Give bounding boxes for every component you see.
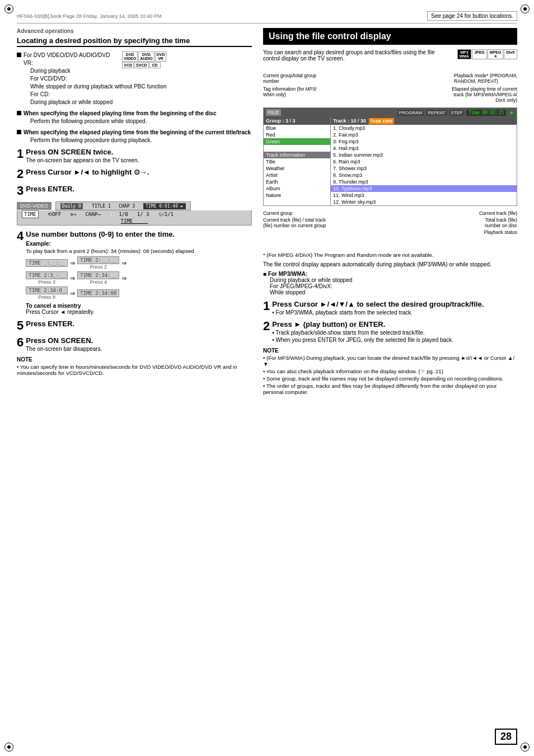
step-4-title: Use number buttons (0-9) to enter the ti… xyxy=(26,230,252,238)
fd-item-blank xyxy=(264,145,330,152)
right-note-item1: • (For MP3/WMA) During playback, you can… xyxy=(263,355,517,367)
dvd-bar-off: ⟲OFF ⊙→ CHAP→ 💿 1/8 1/ 3 🎶1/1 xyxy=(48,212,174,217)
time-box-2a: TIME 2:3_:__ Press 3 xyxy=(26,271,68,285)
right-step-2-num: 2 xyxy=(263,320,270,332)
ann-group-total: Current group/total groupnumber xyxy=(263,73,316,84)
fd-track-1: 1. Cloudy.mp3 xyxy=(331,125,517,132)
right-step-2-title: Press ► (play button) or ENTER. xyxy=(272,320,517,328)
step-6-title: Press ON SCREEN. xyxy=(26,336,252,345)
step-5: 5 Press ENTER. xyxy=(17,320,252,332)
step-2-title: Press Cursor ►/◄ to highlight ⊙→. xyxy=(26,168,252,176)
mp3-wma-item1: During playback or while stopped xyxy=(270,277,517,283)
step-2-num: 2 xyxy=(17,168,24,180)
time-box-3b: TIME 2:34:08 xyxy=(77,289,119,297)
step-6-desc: The on-screen bar disappears. xyxy=(26,346,252,352)
bullet1-sub5: During playback or while stopped xyxy=(30,98,166,106)
fd-program: PROGRAM xyxy=(397,110,424,116)
badge-dvd-audio: DVDAUDIO xyxy=(138,51,154,62)
fd-item-earth: Earth xyxy=(264,179,330,185)
bullet1-sub2: For VCD/DVD: xyxy=(30,75,166,83)
auto-display-text: The file control display appears automat… xyxy=(263,261,517,267)
cancel-title: To cancel a misentry xyxy=(26,303,81,309)
fd-track-8: 8. Snow.mp3 xyxy=(331,172,517,179)
dvd-bar-time-underline: TIME ̲̲̲̲ xyxy=(22,218,247,224)
top-header: HFS66-S55[B].book Page 28 Friday, Januar… xyxy=(17,11,517,24)
fd-nav-arrow: ► xyxy=(509,110,514,115)
fd-step: STEP xyxy=(449,110,465,116)
dvd-bar-daily: Daily 0 xyxy=(60,203,83,209)
fd-right-panel: Track : 10 / 30 Total 1000 1. Cloudy.mp3… xyxy=(331,117,517,205)
fd-item-red: Red xyxy=(264,132,330,138)
fd-track-6: 6. Rain.mp3 xyxy=(331,158,517,165)
ann-current-track-total: Current track (file) / total track(file)… xyxy=(263,217,326,228)
fd-body: Group : 3 / 3 Blue Red Green Track Infor… xyxy=(264,117,517,205)
mp3-wma-item3: While stopped xyxy=(270,289,517,295)
fd-item-weather: Weather xyxy=(264,165,330,172)
file-display-diagram-wrapper: Current group/total groupnumber Playback… xyxy=(263,73,517,235)
time-box-3a: TIME 2:34:0_ Press 8 xyxy=(26,287,68,300)
fd-track-10: 10. Typhoon.mp3 xyxy=(331,185,517,192)
arrow-2b: ⇒ xyxy=(121,275,127,282)
right-step-1: 1 Press Cursor ►/◄/▼/▲ to select the des… xyxy=(263,300,517,316)
dvd-time-arrow: TIME ̲̲̲̲ xyxy=(121,218,148,224)
fd-track-9: 9. Thunder.mp3 xyxy=(331,179,517,185)
badge-dvd-video: DVDVIDEO xyxy=(122,51,138,62)
page-number: 28 xyxy=(495,729,517,745)
dvd-bar-time-val: TITLE 1 CHAP 3 xyxy=(92,204,140,209)
step-4: 4 Use number buttons (0-9) to enter the … xyxy=(17,230,252,315)
time-box-2b: TIME 2:34:__ Press 4 xyxy=(77,271,119,285)
time-row-3: TIME 2:34:0_ Press 8 ⇒ TIME 2:34:08 xyxy=(26,287,252,300)
right-step-1-title: Press Cursor ►/◄/▼/▲ to select the desir… xyxy=(272,300,517,308)
dvd-bar-time-display: TIME 0:01:40 ► xyxy=(143,203,185,209)
left-note-title: NOTE xyxy=(17,356,252,363)
right-note-item2: • You can also check playback informatio… xyxy=(263,368,517,374)
badge-jpeg: JPEG xyxy=(472,49,487,59)
right-step-2: 2 Press ► (play button) or ENTER. • Trac… xyxy=(263,320,517,343)
file-info: HFS66-S55[B].book Page 28 Friday, Januar… xyxy=(17,13,162,19)
fd-track-2: 2. Fair.mp3 xyxy=(331,132,517,138)
time-box-1b: TIME 2:__:__ Press 2 xyxy=(77,256,119,270)
step-1-num: 1 xyxy=(17,148,24,160)
fd-item-title: Title xyxy=(264,158,330,165)
bullet-square-3 xyxy=(17,130,21,134)
ann-playback-status: Playback status xyxy=(263,229,517,235)
time-row-2: TIME 2:3_:__ Press 3 ⇒ TIME 2:34:__ Pres… xyxy=(26,271,252,285)
bullet1-sub3: While stopped or during playback without… xyxy=(30,83,166,91)
right-column: Using the file control display MP3WMA JP… xyxy=(263,28,517,395)
mp3-wma-label: ■ For MP3/WMA: xyxy=(263,271,517,277)
fd-file-label: FILE xyxy=(266,109,281,116)
badge-svcd: SVCD xyxy=(134,62,148,68)
arrow-2a: ⇒ xyxy=(70,275,75,282)
step-5-num: 5 xyxy=(17,320,24,332)
right-note-title: NOTE xyxy=(263,348,517,354)
step-3-num: 3 xyxy=(17,185,24,197)
bullet3-title: When specifying the elapsed playing time… xyxy=(24,129,251,137)
right-note: NOTE • (For MP3/WMA) During playback, yo… xyxy=(263,348,517,395)
step-1: 1 Press ON SCREEN twice. The on-screen b… xyxy=(17,148,252,163)
mp3-wma-section: ■ For MP3/WMA: During playback or while … xyxy=(263,271,517,295)
fd-item-artist: Artist xyxy=(264,172,330,179)
right-step-1-num: 1 xyxy=(263,300,270,312)
right-step-2-desc2: • When you press ENTER for JPEG, only th… xyxy=(272,337,517,343)
time-row-1: TIME _:__:__ ⇒ TIME 2:__:__ Press 2 ⇒ xyxy=(26,256,252,270)
ann-tag-info: Tag information (for MP3/WMA only) xyxy=(263,86,316,103)
fd-header-row: FILE PROGRAM REPEAT STEP Time 00:02:15 ► xyxy=(264,108,517,117)
right-step-1-desc: • For MP3/WMA, playback starts from the … xyxy=(272,309,517,316)
file-display-box: FILE PROGRAM REPEAT STEP Time 00:02:15 ►… xyxy=(263,107,517,206)
bullet-square-1 xyxy=(17,53,21,57)
fd-track-info-section: Track Information xyxy=(264,152,330,158)
arrow-1: ⇒ xyxy=(70,260,75,267)
fd-item-nature: Nature xyxy=(264,192,330,199)
fd-group-header: Group : 3 / 3 xyxy=(264,117,330,125)
step-3-title: Press ENTER. xyxy=(26,185,252,193)
annotations-top: Current group/total groupnumber Playback… xyxy=(263,73,517,84)
step-5-title: Press ENTER. xyxy=(26,320,252,328)
fd-track-header: Track : 10 / 30 Total 1000 xyxy=(331,117,517,125)
ann-current-track: Current track (file) xyxy=(479,210,517,216)
left-section-title: Locating a desired position by specifyin… xyxy=(17,36,252,47)
fd-item-blue: Blue xyxy=(264,125,330,132)
right-note-item3: • Some group, track and file names may n… xyxy=(263,375,517,382)
step-1-title: Press ON SCREEN twice. xyxy=(26,148,252,156)
bullet-2: When specifying the elapsed playing time… xyxy=(17,110,252,125)
dvd-bar-row1: Daily 0 TITLE 1 CHAP 3 TIME 0:01:40 ► xyxy=(55,201,191,210)
